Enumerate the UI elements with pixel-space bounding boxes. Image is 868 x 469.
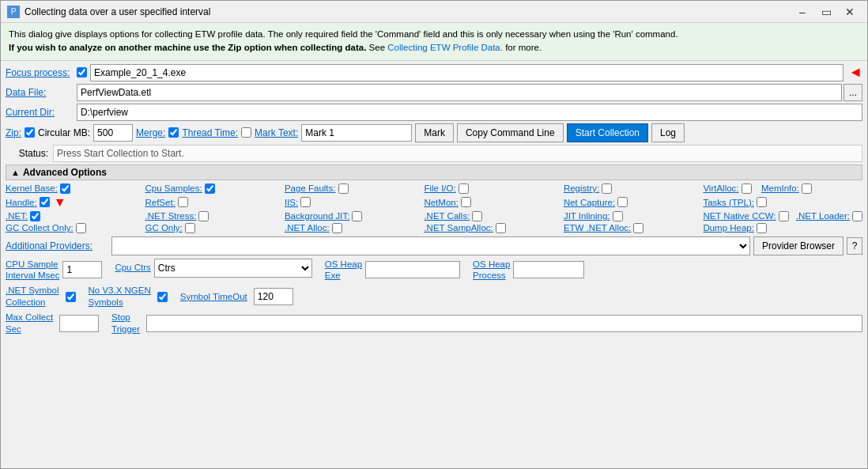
help-button[interactable]: ? bbox=[847, 237, 862, 255]
adv-background-jit: Background JIT: bbox=[285, 211, 421, 221]
info-bar: This dialog give displays options for co… bbox=[1, 23, 867, 61]
mark-button[interactable]: Mark bbox=[415, 123, 454, 142]
section-toggle-icon: ▲ bbox=[11, 168, 20, 177]
net-native-ccw-checkbox[interactable] bbox=[779, 211, 789, 221]
focus-process-label[interactable]: Focus process: bbox=[6, 67, 77, 78]
net-capture-checkbox[interactable] bbox=[617, 197, 628, 207]
dotnet-alloc-checkbox[interactable] bbox=[332, 223, 342, 233]
os-heap-process-label[interactable]: OS HeapProcess bbox=[473, 259, 510, 282]
thread-time-checkbox[interactable] bbox=[241, 127, 251, 138]
mark-text-label[interactable]: Mark Text: bbox=[255, 127, 298, 138]
zip-checkbox[interactable] bbox=[25, 127, 35, 138]
os-heap-exe-input[interactable] bbox=[365, 261, 460, 278]
advanced-options-title: Advanced Options bbox=[23, 167, 107, 178]
data-file-input[interactable]: PerfViewData.etl bbox=[77, 84, 842, 101]
info-line1: This dialog give displays options for co… bbox=[9, 29, 678, 39]
dotnet-calls-checkbox[interactable] bbox=[472, 211, 482, 221]
maximize-button[interactable]: ▭ bbox=[815, 4, 837, 20]
collecting-etw-link[interactable]: Collecting ETW Profile Data. bbox=[387, 43, 503, 52]
copy-command-line-button[interactable]: Copy Command Line bbox=[457, 123, 564, 142]
minimize-button[interactable]: – bbox=[791, 4, 813, 20]
browse-button[interactable]: ... bbox=[843, 84, 862, 101]
focus-process-row: Focus process: Example_20_1_4.exe ◄ bbox=[6, 64, 862, 81]
cpu-ctrs-dropdown[interactable]: Ctrs None bbox=[154, 259, 312, 278]
page-faults-checkbox[interactable] bbox=[338, 183, 349, 194]
stop-trigger-label[interactable]: StopTrigger bbox=[111, 312, 140, 335]
zip-label[interactable]: Zip: bbox=[6, 127, 21, 138]
jit-inlining-checkbox[interactable] bbox=[613, 211, 623, 221]
adv-gc-collect-only: GC Collect Only: bbox=[6, 223, 142, 233]
start-collection-button[interactable]: Start Collection bbox=[567, 123, 648, 142]
cpu-sample-input[interactable]: 1 bbox=[62, 261, 102, 278]
meminfo-checkbox[interactable] bbox=[802, 183, 812, 194]
additional-providers-dropdown[interactable] bbox=[111, 236, 750, 255]
mark-text-input[interactable]: Mark 1 bbox=[301, 124, 412, 142]
net-symbol-checkbox[interactable] bbox=[66, 292, 76, 302]
merge-checkbox[interactable] bbox=[168, 127, 179, 138]
main-window: P Collecting data over a user specified … bbox=[0, 0, 868, 469]
gc-collect-only-checkbox[interactable] bbox=[76, 223, 86, 233]
tasks-tpl-checkbox[interactable] bbox=[757, 197, 767, 207]
data-file-row: Data File: PerfViewData.etl ... bbox=[6, 84, 862, 101]
status-row: Status: Press Start Collection to Start. bbox=[6, 145, 862, 162]
bottom-options-row: CPU SampleInterval Msec 1 Cpu Ctrs Ctrs … bbox=[6, 259, 862, 282]
max-collect-input[interactable] bbox=[59, 315, 99, 332]
handle-checkbox[interactable] bbox=[40, 197, 50, 207]
adv-file-io: File I/O: bbox=[424, 183, 560, 194]
adv-net-capture: Net Capture: bbox=[564, 195, 700, 210]
circular-mb-input[interactable]: 500 bbox=[93, 124, 133, 142]
os-heap-exe-label[interactable]: OS HeapExe bbox=[325, 259, 362, 282]
focus-process-checkbox[interactable] bbox=[77, 67, 87, 78]
current-dir-label[interactable]: Current Dir: bbox=[6, 107, 77, 118]
thread-time-label[interactable]: Thread Time: bbox=[182, 127, 238, 138]
no-v3x-checkbox[interactable] bbox=[157, 292, 168, 302]
dotnet-checkbox[interactable] bbox=[30, 211, 40, 221]
no-v3x-label[interactable]: No V3.X NGENSymbols bbox=[89, 285, 151, 308]
window-title: Collecting data over a user specified in… bbox=[25, 6, 791, 17]
cpu-ctrs-group: Cpu Ctrs Ctrs None bbox=[115, 259, 311, 278]
adv-netmon: NetMon: bbox=[424, 195, 560, 210]
max-collect-label[interactable]: Max CollectSec bbox=[6, 312, 53, 335]
info-line2-bold: If you wish to analyze on another machin… bbox=[9, 43, 366, 52]
dotnet-sampalloc-checkbox[interactable] bbox=[496, 223, 506, 233]
adv-iis: IIS: bbox=[285, 195, 421, 210]
focus-process-input[interactable]: Example_20_1_4.exe bbox=[90, 64, 843, 81]
cpu-sample-label[interactable]: CPU SampleInterval Msec bbox=[6, 259, 59, 282]
advanced-options-header[interactable]: ▲ Advanced Options bbox=[6, 165, 862, 180]
focus-process-arrow: ◄ bbox=[848, 64, 862, 81]
max-collect-row: Max CollectSec StopTrigger bbox=[6, 312, 862, 335]
cpu-ctrs-label[interactable]: Cpu Ctrs bbox=[115, 262, 150, 274]
current-dir-input[interactable]: D:\perfview bbox=[77, 104, 862, 121]
dump-heap-checkbox[interactable] bbox=[757, 223, 767, 233]
window-icon: P bbox=[7, 6, 20, 18]
iis-checkbox[interactable] bbox=[300, 197, 311, 207]
cpu-samples-checkbox[interactable] bbox=[205, 183, 215, 194]
file-io-checkbox[interactable] bbox=[459, 183, 469, 194]
background-jit-checkbox[interactable] bbox=[352, 211, 362, 221]
dotnet-loader-checkbox[interactable] bbox=[852, 211, 862, 221]
virtalloc-checkbox[interactable] bbox=[742, 183, 752, 194]
log-button[interactable]: Log bbox=[651, 123, 685, 142]
etw-dotnet-alloc-checkbox[interactable] bbox=[633, 223, 643, 233]
net-symbol-label[interactable]: .NET SymbolCollection bbox=[6, 285, 59, 308]
close-button[interactable]: ✕ bbox=[839, 4, 861, 20]
adv-page-faults: Page Faults: bbox=[285, 183, 421, 194]
dotnet-stress-checkbox[interactable] bbox=[198, 211, 209, 221]
symbol-timeout-label[interactable]: Symbol TimeOut bbox=[180, 291, 247, 303]
symbol-timeout-input[interactable]: 120 bbox=[254, 288, 293, 305]
data-file-label[interactable]: Data File: bbox=[6, 87, 77, 98]
gc-only-checkbox[interactable] bbox=[185, 223, 195, 233]
merge-label[interactable]: Merge: bbox=[136, 127, 165, 138]
adv-cpu-samples: Cpu Samples: bbox=[145, 183, 281, 194]
adv-etw-dotnet-alloc: ETW .NET Alloc: bbox=[564, 223, 700, 233]
os-heap-process-input[interactable] bbox=[513, 261, 584, 278]
stop-trigger-input[interactable] bbox=[146, 315, 862, 332]
netmon-checkbox[interactable] bbox=[461, 197, 471, 207]
os-heap-exe-group: OS HeapExe bbox=[325, 259, 460, 282]
kernel-base-checkbox[interactable] bbox=[60, 183, 70, 194]
net-symbol-row: .NET SymbolCollection No V3.X NGENSymbol… bbox=[6, 285, 862, 308]
provider-browser-button[interactable]: Provider Browser bbox=[753, 236, 843, 255]
additional-providers-label[interactable]: Additional Providers: bbox=[6, 240, 108, 252]
registry-checkbox[interactable] bbox=[602, 183, 612, 194]
refset-checkbox[interactable] bbox=[178, 197, 188, 207]
